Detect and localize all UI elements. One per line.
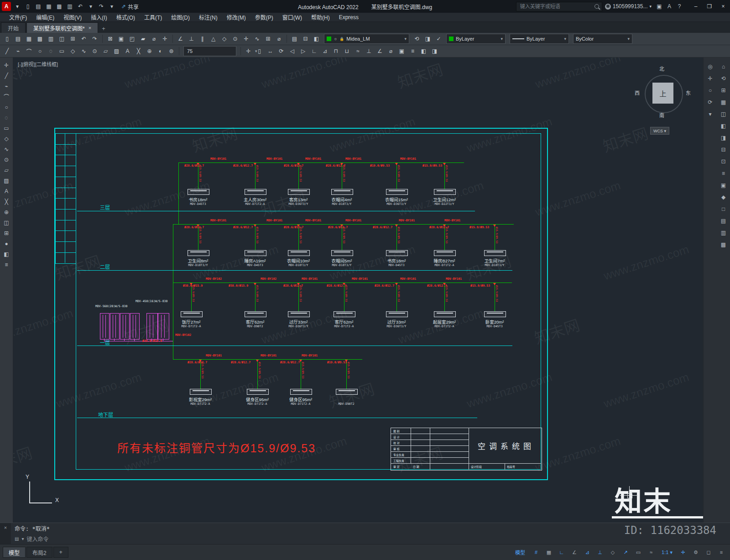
draw-15-icon[interactable]: ⊚ bbox=[166, 46, 177, 57]
draw-tool-18-icon[interactable]: ◧ bbox=[1, 249, 11, 259]
palette-tool-6-icon[interactable]: ◨ bbox=[719, 133, 729, 142]
layer-tool-2-icon[interactable]: ◧ bbox=[311, 34, 322, 44]
draw-12-icon[interactable]: ╳ bbox=[133, 46, 144, 57]
new-file-icon[interactable]: ▯ bbox=[23, 1, 33, 11]
user-account[interactable]: 1505999135...▾ bbox=[605, 3, 652, 10]
minimize-button[interactable]: – bbox=[689, 0, 703, 13]
modify-8-icon[interactable]: ⊓ bbox=[331, 46, 341, 57]
osnap-1-icon[interactable]: ⊥ bbox=[186, 34, 197, 44]
dynamic-input-icon[interactable]: ↗ bbox=[620, 548, 631, 557]
osnap-8-icon[interactable]: ⊞ bbox=[263, 34, 273, 44]
viewport-controls[interactable]: [-][俯视][二维线框] bbox=[18, 60, 58, 68]
layout-tab-0[interactable]: 模型 bbox=[3, 547, 26, 558]
menu-item-3[interactable]: 插入(I) bbox=[86, 13, 111, 21]
annotation-icon[interactable]: ✛ bbox=[677, 548, 689, 557]
std-7-icon[interactable]: ↶ bbox=[78, 34, 89, 44]
command-input[interactable]: ▤ ▾ 键入命令 bbox=[15, 535, 726, 543]
palette-tool-5-icon[interactable]: ◧ bbox=[719, 121, 729, 131]
draw-tool-4-icon[interactable]: ○ bbox=[1, 102, 11, 112]
snap-icon[interactable]: ▦ bbox=[543, 548, 555, 557]
modify-1-icon[interactable]: ▯ bbox=[254, 46, 265, 57]
command-close-icon[interactable]: × bbox=[4, 525, 7, 530]
palette-tool-10-icon[interactable]: ▣ bbox=[719, 181, 729, 190]
modify-6-icon[interactable]: ∟ bbox=[309, 46, 319, 57]
palette-tool-0-icon[interactable]: ⌂ bbox=[719, 62, 729, 71]
menu-item-5[interactable]: 工具(T) bbox=[140, 13, 167, 21]
draw-9-icon[interactable]: ▱ bbox=[100, 46, 111, 57]
transparency-icon[interactable]: ≈ bbox=[645, 548, 657, 557]
menu-item-10[interactable]: 窗口(W) bbox=[278, 13, 307, 21]
std-0-icon[interactable]: ▯ bbox=[2, 34, 12, 44]
plot-icon[interactable]: ▥ bbox=[65, 1, 75, 11]
linetype-control[interactable]: ByLayer▾ bbox=[510, 34, 569, 44]
draw-tool-13-icon[interactable]: ╳ bbox=[1, 197, 11, 206]
modify-15-icon[interactable]: ≡ bbox=[407, 46, 418, 57]
palette-tool-12-icon[interactable]: □ bbox=[719, 204, 729, 214]
std-3-icon[interactable]: ▩ bbox=[35, 34, 45, 44]
layer-tool-0-icon[interactable]: ▤ bbox=[289, 34, 300, 44]
osnap-6-icon[interactable]: ✛ bbox=[241, 34, 251, 44]
osnap-0-icon[interactable]: ∠ bbox=[175, 34, 186, 44]
draw-tool-5-icon[interactable]: ◌ bbox=[1, 113, 11, 122]
palette-tool-2-icon[interactable]: ⊞ bbox=[719, 86, 729, 95]
customization-icon[interactable]: ≡ bbox=[715, 548, 727, 557]
menu-item-7[interactable]: 标注(N) bbox=[194, 13, 222, 21]
command-customize-icon[interactable]: ▤ bbox=[15, 536, 19, 541]
edit-2-icon[interactable]: ◰ bbox=[127, 34, 137, 44]
draw-tool-6-icon[interactable]: ▭ bbox=[1, 123, 11, 133]
viewcube-west[interactable]: 西 bbox=[635, 89, 640, 96]
draw-tool-19-icon[interactable]: ≡ bbox=[1, 260, 11, 269]
nav-tool-1-icon[interactable]: ✛ bbox=[705, 74, 715, 83]
edit-0-icon[interactable]: ⊠ bbox=[105, 34, 115, 44]
palette-tool-9-icon[interactable]: ≡ bbox=[719, 169, 729, 178]
draw-tool-10-icon[interactable]: ▱ bbox=[1, 165, 11, 175]
palette-tool-1-icon[interactable]: ⟲ bbox=[719, 74, 729, 83]
draw-tool-8-icon[interactable]: ∿ bbox=[1, 144, 11, 154]
save-as-icon[interactable]: ▩ bbox=[54, 1, 64, 11]
model-space-button[interactable]: 模型 bbox=[511, 548, 529, 557]
layer-state-0-icon[interactable]: ⟲ bbox=[412, 34, 422, 44]
draw-0-icon[interactable]: ╱ bbox=[2, 46, 12, 57]
draw-1-icon[interactable]: ⌁ bbox=[13, 46, 23, 57]
palette-tool-4-icon[interactable]: ◫ bbox=[719, 110, 729, 119]
palette-tool-3-icon[interactable]: ▦ bbox=[719, 98, 729, 107]
edit-4-icon[interactable]: ⌀ bbox=[149, 34, 159, 44]
dropdown-caret-icon[interactable]: ▾ bbox=[501, 37, 503, 41]
std-6-icon[interactable]: ⊞ bbox=[68, 34, 78, 44]
draw-10-icon[interactable]: ▨ bbox=[111, 46, 122, 57]
draw-tool-2-icon[interactable]: ⌁ bbox=[1, 81, 11, 91]
draw-tool-17-icon[interactable]: ● bbox=[1, 239, 11, 248]
draw-8-icon[interactable]: ⊙ bbox=[89, 46, 100, 57]
std-1-icon[interactable]: ▤ bbox=[13, 34, 23, 44]
osnap-5-icon[interactable]: ⊙ bbox=[230, 34, 240, 44]
viewcube-north[interactable]: 北 bbox=[659, 65, 664, 72]
nav-tool-3-icon[interactable]: ⟳ bbox=[705, 98, 715, 107]
osnap-3-icon[interactable]: △ bbox=[208, 34, 219, 44]
viewcube-east[interactable]: 东 bbox=[686, 89, 691, 96]
dropdown-caret-icon[interactable]: ▾ bbox=[404, 37, 407, 41]
workspace-icon[interactable]: ⚙ bbox=[690, 548, 702, 557]
menu-item-2[interactable]: 视图(V) bbox=[59, 13, 86, 21]
draw-14-icon[interactable]: ◐ bbox=[155, 46, 166, 57]
text-height-combo[interactable]: ▾ bbox=[183, 46, 236, 56]
osnap-4-icon[interactable]: ◇ bbox=[219, 34, 229, 44]
undo-caret-icon[interactable]: ▾ bbox=[86, 1, 96, 11]
palette-tool-11-icon[interactable]: ◆ bbox=[719, 193, 729, 202]
palette-tool-15-icon[interactable]: ▩ bbox=[719, 240, 729, 249]
dropdown-caret-icon[interactable]: ▾ bbox=[627, 37, 630, 41]
nav-tool-4-icon[interactable]: ▾ bbox=[705, 110, 715, 119]
modify-3-icon[interactable]: ⟳ bbox=[276, 46, 287, 57]
grid-icon[interactable]: # bbox=[530, 548, 542, 557]
modify-5-icon[interactable]: ▷ bbox=[298, 46, 308, 57]
viewcube[interactable]: 上 北 南 西 东 WCS ▾ bbox=[634, 63, 694, 137]
ortho-icon[interactable]: ∟ bbox=[556, 548, 568, 557]
isodraft-icon[interactable]: ⊿ bbox=[581, 548, 593, 557]
app-caret-icon[interactable]: ▾ bbox=[12, 1, 22, 11]
palette-tool-14-icon[interactable]: ▥ bbox=[719, 228, 729, 237]
menu-item-12[interactable]: Express bbox=[334, 13, 363, 21]
menu-item-8[interactable]: 修改(M) bbox=[222, 13, 250, 21]
polar-icon[interactable]: ∠ bbox=[568, 548, 580, 557]
tab-add-button[interactable]: + bbox=[99, 24, 108, 33]
search-input[interactable] bbox=[519, 3, 592, 10]
menu-item-6[interactable]: 绘图(D) bbox=[167, 13, 194, 21]
